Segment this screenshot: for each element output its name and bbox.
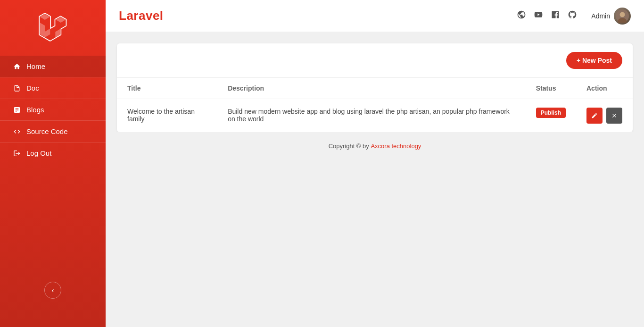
cell-description: Build new modern website app and blog us… <box>217 99 526 133</box>
edit-button[interactable] <box>586 108 603 124</box>
youtube-icon[interactable] <box>534 10 543 22</box>
sidebar-item-logout[interactable]: Log Out <box>0 143 106 164</box>
doc-icon <box>13 84 21 92</box>
cell-status: Publish <box>526 99 576 133</box>
action-buttons <box>586 108 622 124</box>
card-header: + New Post <box>117 43 633 78</box>
sidebar-logo <box>0 0 106 51</box>
sidebar-item-home[interactable]: Home <box>0 56 106 77</box>
facebook-icon[interactable] <box>551 10 560 22</box>
sidebar-item-home-label: Home <box>26 62 45 70</box>
collapse-icon: ‹ <box>52 286 54 294</box>
topbar-icons <box>517 10 577 22</box>
topbar: Laravel Admin <box>106 0 644 32</box>
brand-name: Laravel <box>119 8 511 23</box>
avatar <box>614 8 631 25</box>
table-header-row: Title Description Status Action <box>117 78 633 99</box>
col-description: Description <box>217 78 526 99</box>
footer-link[interactable]: Axcora technology <box>371 143 421 150</box>
main-area: Laravel Admin <box>106 0 644 327</box>
status-badge: Publish <box>536 108 566 118</box>
posts-table-wrapper: Title Description Status Action Welcome … <box>117 78 633 132</box>
cell-action <box>576 99 633 133</box>
sidebar-item-blogs-label: Blogs <box>26 106 44 114</box>
delete-button[interactable] <box>606 108 622 124</box>
edge-icon[interactable] <box>517 10 526 22</box>
sidebar-item-source-code[interactable]: Source Code <box>0 121 106 143</box>
sidebar-item-blogs[interactable]: Blogs <box>0 99 106 121</box>
footer: Copyright © by Axcora technology <box>117 132 633 157</box>
sidebar: Home Doc Blogs Source Code Log Out <box>0 0 106 327</box>
user-menu[interactable]: Admin <box>591 8 631 25</box>
posts-table: Title Description Status Action Welcome … <box>117 78 633 132</box>
sidebar-item-source-code-label: Source Code <box>26 127 68 135</box>
sidebar-item-doc[interactable]: Doc <box>0 77 106 99</box>
laravel-logo-icon <box>39 13 67 42</box>
blogs-icon <box>13 106 21 114</box>
table-row: Welcome to the artisan family Build new … <box>117 99 633 133</box>
main-card: + New Post Title Description Status Acti… <box>117 43 633 132</box>
user-name: Admin <box>591 12 610 20</box>
sidebar-item-logout-label: Log Out <box>26 149 51 157</box>
sidebar-nav: Home Doc Blogs Source Code Log Out <box>0 56 106 164</box>
sidebar-collapse-button[interactable]: ‹ <box>44 282 61 299</box>
col-title: Title <box>117 78 217 99</box>
col-action: Action <box>576 78 633 99</box>
svg-point-1 <box>620 12 625 17</box>
sidebar-item-doc-label: Doc <box>26 84 39 92</box>
source-code-icon <box>13 128 21 135</box>
footer-text: Copyright © by Axcora technology <box>329 143 421 150</box>
col-status: Status <box>526 78 576 99</box>
github-icon[interactable] <box>568 10 577 22</box>
cell-title: Welcome to the artisan family <box>117 99 217 133</box>
home-icon <box>13 63 21 70</box>
logout-icon <box>13 150 21 157</box>
content-area: + New Post Title Description Status Acti… <box>106 32 644 327</box>
new-post-button[interactable]: + New Post <box>566 52 622 69</box>
